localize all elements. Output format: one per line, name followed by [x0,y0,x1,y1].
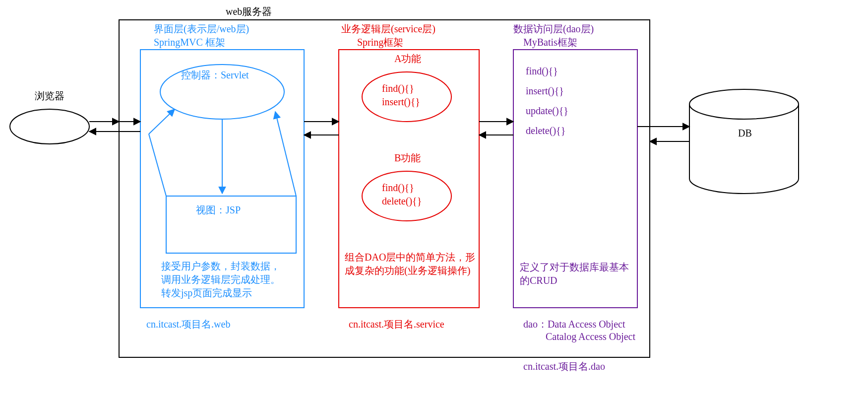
view-label: 视图：JSP [196,204,241,215]
dao-m4: delete(){} [526,125,565,136]
dao-desc-1: 定义了对于数据库最基本 [520,262,629,272]
web-desc-2: 调用业务逻辑层完成处理。 [161,274,280,285]
web-title-1: 界面层(表示层/web层) [154,23,249,35]
a-m2: insert(){} [382,96,420,108]
dao-m3: update(){} [526,105,568,117]
service-layer: 业务逻辑层(service层) Spring框架 A功能 find(){} in… [339,23,479,330]
dao-note-1: dao：Data Access Object [523,319,625,330]
web-layer: 界面层(表示层/web层) SpringMVC 框架 控制器：Servlet 视… [140,23,304,330]
service-title-1: 业务逻辑层(service层) [341,23,435,35]
web-desc-1: 接受用户参数，封装数据， [161,261,280,271]
service-desc-2: 成复杂的功能(业务逻辑操作) [345,265,470,276]
controller-label: 控制器：Servlet [181,69,249,80]
b-m2: delete(){} [382,196,422,207]
architecture-diagram: web服务器 浏览器 DB 界面层(表示层/web层) SpringMVC 框架… [0,0,868,402]
web-desc-3: 转发jsp页面完成显示 [161,287,252,299]
arrow-view-to-left-2 [149,109,175,134]
dao-layer: 数据访问层(dao层) MyBatis框架 find(){} insert(){… [513,23,637,372]
dao-m1: find(){} [526,66,558,77]
svg-point-0 [689,89,799,119]
arrow-view-to-left-1 [149,134,166,196]
server-title: web服务器 [226,6,272,17]
dao-note-2: Catalog Access Object [546,331,635,342]
web-title-2: SpringMVC 框架 [154,37,225,48]
service-desc-1: 组合DAO层中的简单方法，形 [345,252,475,263]
a-title: A功能 [394,53,421,64]
service-title-2: Spring框架 [357,37,403,48]
dao-m2: insert(){} [526,85,564,97]
dao-desc-2: 的CRUD [520,275,558,286]
b-m1: find(){} [382,182,414,194]
browser-ellipse [10,109,89,144]
web-package: cn.itcast.项目名.web [146,319,230,330]
dao-title-2: MyBatis框架 [523,37,577,48]
service-package: cn.itcast.项目名.service [349,319,444,330]
a-m1: find(){} [382,83,414,94]
arrow-view-to-ctrl-right [275,112,296,196]
browser-label: 浏览器 [35,90,64,101]
dao-title-1: 数据访问层(dao层) [513,23,594,35]
db-label: DB [738,128,752,138]
b-title: B功能 [394,152,421,163]
db-cylinder: DB [689,89,799,194]
dao-package: cn.itcast.项目名.dao [523,361,605,372]
